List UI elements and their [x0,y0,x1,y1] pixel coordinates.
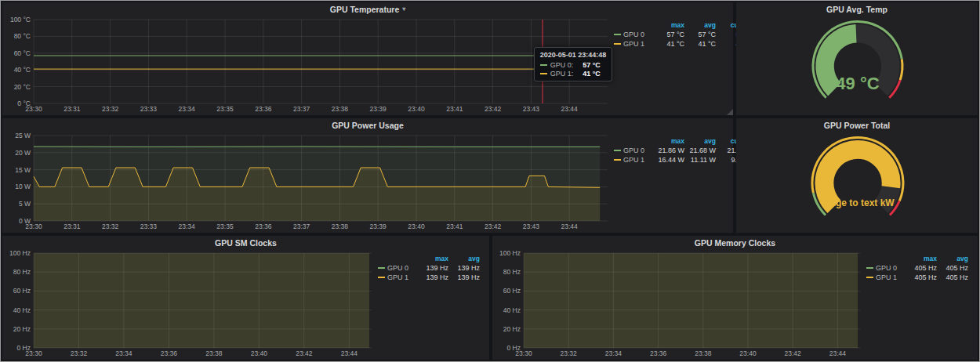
legend-value: 139 Hz [450,264,480,272]
legend-header-max[interactable]: max [902,255,937,262]
x-tick-label: 23:38 [695,349,712,357]
series-color-icon [540,64,547,66]
legend-series-name: GPU 0 [387,264,408,272]
series-color-icon [866,277,873,278]
panel-title-text: GPU Power Usage [332,121,404,130]
x-tick-label: 23:40 [408,223,425,230]
tooltip-series-value: 41 °C [583,70,601,78]
legend-header-max[interactable]: max [414,255,448,262]
legend-header-avg[interactable]: avg [938,255,968,262]
panel-title-gpu-power-usage[interactable]: GPU Power Usage [2,118,733,132]
legend-header-avg[interactable]: avg [686,21,716,29]
panel-title-text: GPU Power Total [824,121,890,130]
y-tick-label: 60 Hz [13,287,31,295]
legend-series-name: GPU 0 [623,147,644,154]
legend-value: 405 Hz [938,264,968,272]
legend-value: 405 Hz [902,264,937,272]
x-tick-label: 23:36 [255,105,272,113]
graph-tooltip: 2020-05-01 23:44:48 GPU 0: 57 °C GPU 1: … [534,47,613,81]
gpu-power-usage-chart[interactable]: 0 W5 W10 W15 W20 W25 W23:3023:3123:3223:… [7,132,612,231]
x-tick-label: 23:44 [561,223,579,230]
legend-header-max[interactable]: max [650,21,684,29]
x-tick-label: 23:30 [25,349,42,357]
gpu-sm-clocks-plot: 0 Hz20 Hz40 Hz60 Hz80 Hz100 Hz23:3023:32… [7,249,376,358]
dashboard-row-3: GPU SM Clocks 0 Hz20 Hz40 Hz60 Hz80 Hz10… [2,236,978,360]
x-tick-label: 23:43 [523,223,540,230]
legend-series-name: GPU 0 [623,31,644,38]
legend-series-gpu-0[interactable]: GPU 0 [866,264,901,272]
x-tick-label: 23:42 [485,105,502,113]
legend-series-name: GPU 1 [876,273,897,281]
legend-series-gpu-1[interactable]: GPU 1 [866,273,901,281]
legend-header-avg[interactable]: avg [450,255,480,262]
legend-series-gpu-1[interactable]: GPU 1 [378,273,412,281]
series-color-icon [614,34,621,35]
series-color-icon [540,73,547,74]
x-tick-label: 23:44 [829,349,847,357]
gpu-memory-clocks-legend: maxavgcurrentGPU 0405 Hz405 Hz405 HzGPU … [865,249,975,358]
y-tick-label: 10 W [15,183,31,190]
gpu-temperature-chart[interactable]: 2020-05-01 23:44:48 GPU 0: 57 °C GPU 1: … [7,16,612,114]
series-fill-gpu-1 [34,253,369,348]
tooltip-series-row: GPU 0: 57 °C [540,61,607,69]
series-color-icon [378,267,385,269]
gauge-threshold-yellow [900,60,902,81]
legend-header-current[interactable]: current [970,255,980,262]
gpu-sm-clocks-legend-table: maxavgcurrentGPU 0139 Hz139 Hz139 HzGPU … [378,255,485,281]
x-tick-label: 23:31 [64,223,81,230]
x-tick-label: 23:32 [102,105,119,113]
tooltip-series-name: GPU 0: [550,61,574,69]
panel-gpu-temperature: GPU Temperature ▾ 2020-05-01 23:44:48 GP… [2,2,733,115]
series-color-icon [378,277,385,278]
legend-series-gpu-0[interactable]: GPU 0 [614,147,648,154]
legend-series-gpu-0[interactable]: GPU 0 [614,31,648,38]
y-tick-label: 40 Hz [13,306,31,314]
legend-header-avg[interactable]: avg [686,137,716,145]
panel-resize-handle[interactable] [727,109,733,115]
y-tick-label: 20 °C [14,83,31,91]
legend-series-gpu-1[interactable]: GPU 1 [614,156,648,164]
tooltip-timestamp: 2020-05-01 23:44:48 [540,51,607,59]
legend-value: 139 Hz [450,273,480,281]
legend-header-max[interactable]: max [650,137,684,145]
gpu-temperature-legend: maxavgcurrentGPU 057 °C57 °C57 °CGPU 141… [612,16,730,114]
legend-value: 405 Hz [902,273,937,281]
x-tick-label: 23:34 [179,105,196,113]
x-tick-label: 23:38 [332,223,349,230]
y-tick-label: 80 °C [14,32,31,40]
panel-body: 0 Hz20 Hz40 Hz60 Hz80 Hz100 Hz23:3023:32… [2,249,489,360]
x-tick-label: 23:32 [71,349,88,357]
panel-title-text: GPU SM Clocks [215,238,277,248]
legend-series-gpu-1[interactable]: GPU 1 [614,40,648,48]
gpu-memory-clocks-chart[interactable]: 0 Hz20 Hz40 Hz60 Hz80 Hz100 Hz23:3023:32… [497,249,865,358]
panel-title-gpu-sm-clocks[interactable]: GPU SM Clocks [2,236,489,249]
x-tick-label: 23:40 [408,105,425,113]
y-tick-label: 60 Hz [503,287,521,295]
panel-gpu-power-total: GPU Power Total range to text kW [736,118,978,233]
x-tick-label: 23:42 [485,223,502,230]
panel-gpu-sm-clocks: GPU SM Clocks 0 Hz20 Hz40 Hz60 Hz80 Hz10… [2,236,489,360]
series-color-icon [614,159,621,161]
panel-title-gpu-power-total[interactable]: GPU Power Total [736,118,978,132]
legend-series-gpu-0[interactable]: GPU 0 [378,264,412,272]
gpu-sm-clocks-chart[interactable]: 0 Hz20 Hz40 Hz60 Hz80 Hz100 Hz23:3023:32… [7,249,376,358]
legend-series-name: GPU 1 [623,156,644,164]
y-tick-label: 100 °C [10,16,31,24]
panel-title-gpu-temperature[interactable]: GPU Temperature ▾ [2,2,733,16]
legend-value: 21.86 W [650,147,684,154]
x-tick-label: 23:34 [179,223,196,230]
panel-title-gpu-memory-clocks[interactable]: GPU Memory Clocks [492,236,978,249]
y-tick-label: 15 W [15,166,31,174]
gpu-memory-clocks-plot: 0 Hz20 Hz40 Hz60 Hz80 Hz100 Hz23:3023:32… [497,249,865,358]
panel-title-text: GPU Avg. Temp [826,5,887,14]
gpu-power-usage-plot: 0 W5 W10 W15 W20 W25 W23:3023:3123:3223:… [7,132,612,231]
dashboard-row-2: GPU Power Usage 0 W5 W10 W15 W20 W25 W23… [2,118,978,233]
x-tick-label: 23:34 [605,349,622,357]
legend-value: 405 Hz [970,264,980,272]
y-tick-label: 60 °C [14,49,31,57]
y-tick-label: 80 Hz [13,268,31,276]
x-tick-label: 23:39 [370,223,387,230]
panel-body: 0 Hz20 Hz40 Hz60 Hz80 Hz100 Hz23:3023:32… [492,249,978,360]
panel-title-gpu-avg-temp[interactable]: GPU Avg. Temp [736,2,978,16]
y-tick-label: 5 W [19,200,31,208]
